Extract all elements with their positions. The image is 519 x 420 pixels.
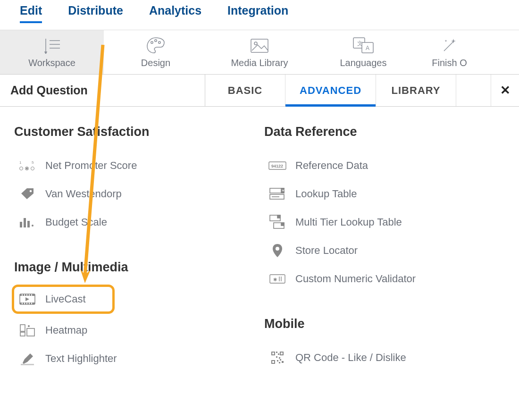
svg-rect-39 bbox=[31, 303, 32, 304]
bars-icon bbox=[18, 215, 37, 230]
top-nav-analytics[interactable]: Analytics bbox=[149, 4, 201, 23]
languages-icon: 文 A bbox=[352, 35, 375, 56]
svg-point-8 bbox=[254, 42, 257, 45]
subtabs: BASIC ADVANCED LIBRARY bbox=[205, 75, 491, 106]
item-validator-label: Custom Numeric Validator bbox=[295, 273, 416, 285]
svg-rect-23 bbox=[20, 222, 22, 227]
item-store-locator[interactable]: Store Locator bbox=[264, 236, 510, 265]
svg-rect-40 bbox=[20, 325, 25, 331]
svg-point-22 bbox=[30, 190, 32, 193]
top-nav: Edit Distribute Analytics Integration bbox=[0, 0, 519, 30]
tab-library[interactable]: LIBRARY bbox=[376, 75, 456, 106]
right-column: Data Reference 94122 Reference Data bbox=[264, 122, 510, 373]
lookup-icon bbox=[268, 186, 287, 202]
left-column: Customer Satisfaction 1 5 Net Promoter S… bbox=[14, 122, 260, 373]
svg-point-6 bbox=[159, 42, 160, 43]
section-data-reference: Data Reference bbox=[264, 125, 510, 139]
tag-icon bbox=[18, 186, 37, 202]
toolbar-finish-label: Finish O bbox=[432, 58, 467, 68]
svg-rect-30 bbox=[22, 294, 23, 296]
item-storelocator-label: Store Locator bbox=[295, 244, 358, 257]
svg-rect-69 bbox=[279, 357, 280, 359]
svg-rect-72 bbox=[282, 361, 284, 363]
svg-rect-33 bbox=[29, 294, 30, 296]
item-heatmap[interactable]: Heatmap bbox=[14, 316, 260, 344]
item-budget-label: Budget Scale bbox=[45, 216, 107, 228]
svg-line-13 bbox=[444, 42, 453, 51]
toolbar-design-label: Design bbox=[141, 58, 170, 68]
toolbar-languages[interactable]: 文 A Languages bbox=[311, 30, 415, 74]
top-nav-integration[interactable]: Integration bbox=[227, 4, 288, 23]
qr-icon bbox=[268, 350, 287, 365]
palette-icon bbox=[145, 35, 166, 56]
toolbar-media-label: Media Library bbox=[231, 58, 288, 68]
zipcode-icon: 94122 bbox=[268, 158, 287, 173]
svg-rect-25 bbox=[27, 221, 30, 227]
svg-rect-24 bbox=[24, 218, 26, 227]
svg-point-43 bbox=[28, 325, 30, 327]
toolbar-workspace-label: Workspace bbox=[28, 58, 75, 68]
svg-point-4 bbox=[151, 42, 153, 43]
sub-header: Add Question BASIC ADVANCED LIBRARY ✕ bbox=[0, 75, 519, 107]
workspace-icon bbox=[41, 35, 63, 56]
item-nps-label: Net Promoter Score bbox=[45, 160, 137, 172]
svg-rect-7 bbox=[251, 39, 268, 52]
item-qrcode-label: QR Code - Like / Dislike bbox=[295, 352, 406, 364]
add-question-title: Add Question bbox=[0, 75, 205, 106]
item-qr-code[interactable]: QR Code - Like / Dislike bbox=[264, 344, 510, 372]
top-nav-distribute[interactable]: Distribute bbox=[68, 4, 123, 23]
svg-rect-38 bbox=[29, 303, 30, 304]
svg-text:A: A bbox=[366, 45, 369, 51]
section-image-multimedia: Image / Multimedia bbox=[14, 260, 260, 275]
section-mobile: Mobile bbox=[264, 317, 510, 331]
svg-rect-67 bbox=[278, 353, 279, 355]
svg-point-26 bbox=[32, 225, 33, 227]
content: Customer Satisfaction 1 5 Net Promoter S… bbox=[0, 107, 519, 373]
item-multitier-lookup[interactable]: Multi Tier Lookup Table bbox=[264, 208, 510, 236]
item-livecast[interactable]: LiveCast bbox=[14, 287, 112, 311]
item-custom-numeric-validator[interactable]: ✱ Custom Numeric Validator bbox=[264, 265, 510, 293]
toolbar-media-library[interactable]: Media Library bbox=[208, 30, 311, 74]
item-livecast-label: LiveCast bbox=[45, 293, 86, 305]
item-van-westendorp[interactable]: Van Westendorp bbox=[14, 180, 260, 208]
svg-rect-73 bbox=[279, 362, 280, 363]
svg-point-21 bbox=[31, 167, 34, 170]
svg-text:94122: 94122 bbox=[271, 164, 283, 168]
tab-advanced[interactable]: ADVANCED bbox=[285, 75, 376, 106]
svg-rect-65 bbox=[272, 361, 274, 363]
item-text-highlighter[interactable]: Text Highlighter bbox=[14, 344, 260, 373]
svg-text:5: 5 bbox=[32, 160, 34, 165]
svg-rect-63 bbox=[281, 353, 283, 354]
heatmap-icon bbox=[18, 323, 37, 338]
svg-rect-41 bbox=[20, 332, 25, 336]
item-reference-data[interactable]: 94122 Reference Data bbox=[264, 151, 510, 180]
svg-rect-35 bbox=[22, 303, 23, 304]
item-referencedata-label: Reference Data bbox=[295, 160, 368, 172]
svg-text:✱: ✱ bbox=[273, 277, 277, 282]
wand-icon bbox=[441, 35, 458, 56]
multitier-icon bbox=[268, 215, 287, 230]
toolbar-finish[interactable]: Finish O bbox=[415, 30, 467, 74]
toolbar-workspace[interactable]: Workspace bbox=[0, 30, 104, 74]
close-button[interactable]: ✕ bbox=[491, 75, 519, 106]
svg-rect-68 bbox=[276, 356, 277, 358]
svg-rect-52 bbox=[277, 215, 280, 218]
item-lookuptable-label: Lookup Table bbox=[295, 188, 357, 200]
item-budget-scale[interactable]: Budget Scale bbox=[14, 208, 260, 236]
nps-icon: 1 5 bbox=[18, 158, 37, 173]
highlighter-icon bbox=[18, 351, 37, 366]
item-lookup-table[interactable]: Lookup Table bbox=[264, 180, 510, 208]
svg-rect-61 bbox=[272, 353, 274, 354]
item-texthighlighter-label: Text Highlighter bbox=[45, 353, 117, 365]
toolbar: Workspace Design Media Library 文 bbox=[0, 30, 519, 75]
item-multitier-label: Multi Tier Lookup Table bbox=[295, 216, 402, 228]
top-nav-edit[interactable]: Edit bbox=[20, 4, 42, 23]
toolbar-design[interactable]: Design bbox=[104, 30, 208, 74]
svg-rect-70 bbox=[277, 360, 278, 361]
svg-rect-54 bbox=[281, 223, 284, 226]
toolbar-languages-label: Languages bbox=[340, 58, 387, 68]
validator-icon: ✱ bbox=[268, 271, 287, 286]
section-customer-satisfaction: Customer Satisfaction bbox=[14, 125, 260, 139]
tab-basic[interactable]: BASIC bbox=[205, 75, 285, 106]
item-net-promoter-score[interactable]: 1 5 Net Promoter Score bbox=[14, 151, 260, 180]
